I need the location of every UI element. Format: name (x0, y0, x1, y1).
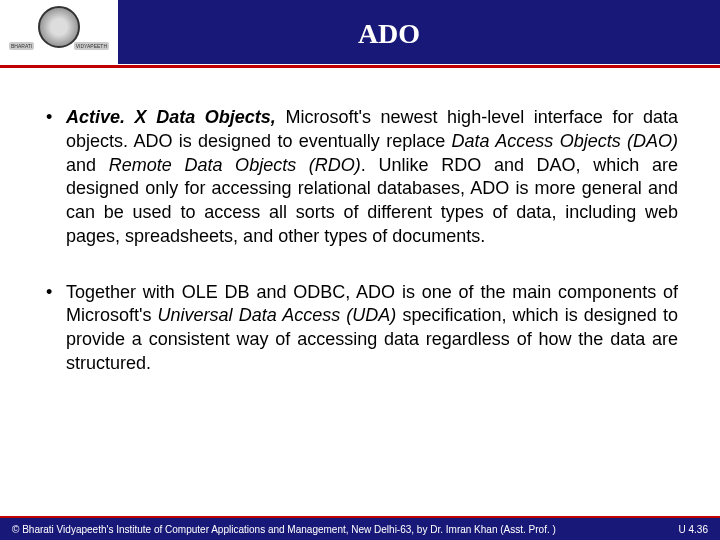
bullet-item: • Active. X Data Objects, Microsoft's ne… (42, 106, 678, 249)
logo-right-text: VIDYAPEETH (74, 42, 109, 50)
italic-term: Remote Data Objects (RDO) (109, 155, 361, 175)
italic-term: Data Access Objects (DAO) (452, 131, 678, 151)
logo-banner: BHARATI VIDYAPEETH (9, 38, 109, 54)
italic-term: Universal Data Access (UDA) (158, 305, 397, 325)
slide-body: • Active. X Data Objects, Microsoft's ne… (0, 68, 720, 428)
bullet-text: Together with OLE DB and ODBC, ADO is on… (66, 281, 678, 376)
footer-copyright: © Bharati Vidyapeeth's Institute of Comp… (12, 524, 556, 535)
logo-container: BHARATI VIDYAPEETH (0, 0, 118, 68)
bullet-marker-icon: • (42, 106, 66, 249)
logo-left-text: BHARATI (9, 42, 34, 50)
slide-footer: © Bharati Vidyapeeth's Institute of Comp… (0, 516, 720, 540)
footer-page-ref: U 4.36 (679, 524, 708, 535)
header-divider (0, 64, 720, 68)
bullet-marker-icon: • (42, 281, 66, 376)
bullet-item: • Together with OLE DB and ODBC, ADO is … (42, 281, 678, 376)
institution-logo: BHARATI VIDYAPEETH (9, 6, 109, 62)
slide-title: ADO (118, 18, 720, 50)
lead-term: Active. X Data Objects, (66, 107, 276, 127)
bullet-text: Active. X Data Objects, Microsoft's newe… (66, 106, 678, 249)
text-segment: and (66, 155, 109, 175)
slide-header: BHARATI VIDYAPEETH ADO (0, 0, 720, 68)
